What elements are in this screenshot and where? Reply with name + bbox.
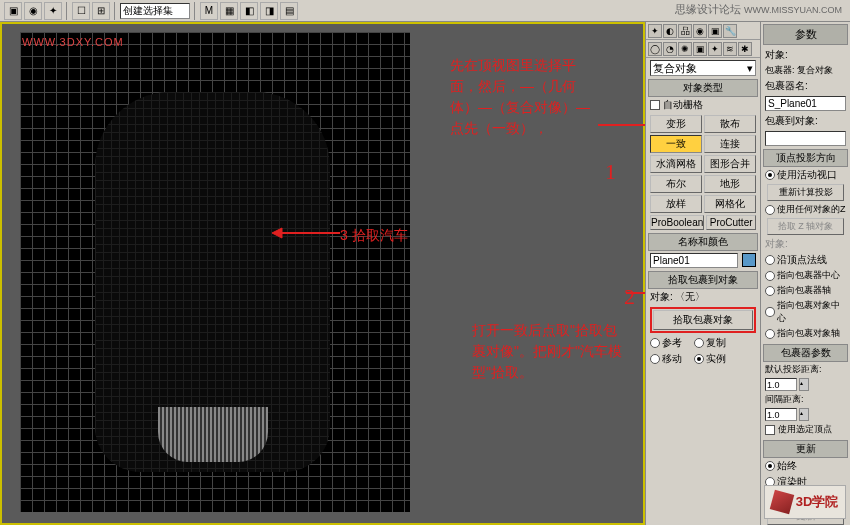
geometry-icon[interactable]: ◯ <box>648 42 662 56</box>
obj-value: 〈无〉 <box>675 290 705 304</box>
name-color-rollout[interactable]: 名称和颜色 <box>648 233 758 251</box>
wrapper-name-label: 包裹器名: <box>761 78 850 94</box>
toolbar-button[interactable]: ⊞ <box>92 2 110 20</box>
blobmesh-button[interactable]: 水滴网格 <box>650 155 702 173</box>
selection-set-dropdown[interactable]: 创建选择集 <box>120 3 190 19</box>
toolbar-button[interactable]: ◨ <box>260 2 278 20</box>
dist-spinner[interactable] <box>765 378 797 391</box>
toolbar-button[interactable]: ▦ <box>220 2 238 20</box>
modify-tab-icon[interactable]: ◐ <box>663 24 677 38</box>
use-xform-radio[interactable] <box>765 205 775 215</box>
display-tab-icon[interactable]: ▣ <box>708 24 722 38</box>
wrapper-params-section: 包裹器参数 <box>763 344 848 362</box>
toward-ctr-radio[interactable] <box>765 271 775 281</box>
logo-3d-academy: 3D学院 <box>764 485 846 519</box>
hierarchy-tab-icon[interactable]: 品 <box>678 24 692 38</box>
parameters-panel: 参数 对象: 包裹器: 复合对象 包裹器名: S_Plane01 包裹到对象: … <box>760 22 850 525</box>
boolean-button[interactable]: 布尔 <box>650 175 702 193</box>
cameras-icon[interactable]: ▣ <box>693 42 707 56</box>
obj-heading: 对象: <box>765 48 788 62</box>
move-radio[interactable] <box>650 354 660 364</box>
params-header: 参数 <box>763 24 848 45</box>
spinner-buttons[interactable]: ▴ <box>799 408 809 421</box>
motion-tab-icon[interactable]: ◉ <box>693 24 707 38</box>
conform-button[interactable]: 一致 <box>650 135 702 153</box>
wrapper-name-field[interactable]: S_Plane01 <box>765 96 846 111</box>
toolbar-button[interactable]: M <box>200 2 218 20</box>
proboolean-button[interactable]: ProBoolean <box>650 215 704 230</box>
watermark-3dxy: WWW.3DXY.COM <box>22 36 124 48</box>
shapes-icon[interactable]: ◔ <box>663 42 677 56</box>
spinner-buttons[interactable]: ▴ <box>799 378 809 391</box>
pick-wrap-button[interactable]: 拾取包裹对象 <box>653 310 753 330</box>
lights-icon[interactable]: ✺ <box>678 42 692 56</box>
reference-radio[interactable] <box>650 338 660 348</box>
car-wireframe[interactable] <box>95 92 330 472</box>
main-toolbar: ▣ ◉ ✦ ☐ ⊞ 创建选择集 M ▦ ◧ ◨ ▤ 思缘设计论坛 WWW.MIS… <box>0 0 850 22</box>
pick-wrap-rollout[interactable]: 拾取包裹到对象 <box>648 271 758 289</box>
autogrid-checkbox[interactable] <box>650 100 660 110</box>
panel-tabs: ✦ ◐ 品 ◉ ▣ 🔧 <box>646 22 760 40</box>
annotation-3: 3 拾取汽车 <box>340 225 408 246</box>
recalc-button[interactable]: 重新计算投影 <box>767 184 844 201</box>
create-subtabs: ◯ ◔ ✺ ▣ ✦ ≋ ✱ <box>646 40 760 58</box>
toolbar-button[interactable]: ✦ <box>44 2 62 20</box>
terrain-button[interactable]: 地形 <box>704 175 756 193</box>
wrap-to-field[interactable] <box>765 131 846 146</box>
object-type-rollout[interactable]: 对象类型 <box>648 79 758 97</box>
standoff-spinner[interactable] <box>765 408 797 421</box>
object-name-field[interactable]: Plane01 <box>650 253 738 268</box>
toward-obj-pivot-radio[interactable] <box>765 329 775 339</box>
instance-radio[interactable] <box>694 354 704 364</box>
color-swatch[interactable] <box>742 253 756 267</box>
toolbar-button[interactable]: ▤ <box>280 2 298 20</box>
annotation-1: 先在顶视图里选择平面，然后，—（几何体）—（复合对像）— 点先（一致）， 1 <box>450 55 600 139</box>
create-tab-icon[interactable]: ✦ <box>648 24 662 38</box>
loft-button[interactable]: 放样 <box>650 195 702 213</box>
morph-button[interactable]: 变形 <box>650 115 702 133</box>
category-dropdown[interactable]: 复合对象▾ <box>650 60 756 76</box>
systems-icon[interactable]: ✱ <box>738 42 752 56</box>
shapemerge-button[interactable]: 图形合并 <box>704 155 756 173</box>
mesher-button[interactable]: 网格化 <box>704 195 756 213</box>
wrap-to-label: 包裹到对象: <box>761 113 850 129</box>
obj-label: 对象: <box>650 290 673 304</box>
logo-cube-icon <box>769 490 793 514</box>
toward-obj-ctr-radio[interactable] <box>765 307 775 317</box>
viewport-canvas[interactable] <box>20 32 410 512</box>
utilities-tab-icon[interactable]: 🔧 <box>723 24 737 38</box>
update-section: 更新 <box>763 440 848 458</box>
helpers-icon[interactable]: ✦ <box>708 42 722 56</box>
toolbar-button[interactable]: ◧ <box>240 2 258 20</box>
connect-button[interactable]: 连接 <box>704 135 756 153</box>
always-radio[interactable] <box>765 461 775 471</box>
pick-z-button[interactable]: 拾取 Z 轴对象 <box>767 218 844 235</box>
toolbar-button[interactable]: ☐ <box>72 2 90 20</box>
copy-radio[interactable] <box>694 338 704 348</box>
scatter-button[interactable]: 散布 <box>704 115 756 133</box>
toward-pivot-radio[interactable] <box>765 286 775 296</box>
forum-watermark: 思缘设计论坛 WWW.MISSYUAN.COM <box>675 2 842 17</box>
svg-marker-5 <box>272 228 282 238</box>
along-normals-radio[interactable] <box>765 255 775 265</box>
space-warps-icon[interactable]: ≋ <box>723 42 737 56</box>
use-active-radio[interactable] <box>765 170 775 180</box>
arrow-3 <box>270 225 340 241</box>
car-grille <box>158 407 268 462</box>
toolbar-button[interactable]: ▣ <box>4 2 22 20</box>
procutter-button[interactable]: ProCutter <box>706 215 756 230</box>
annotation-2: 2 打开一致后点取"拾取包裹对像"。把刚才"汽车模型"拾取。 <box>472 320 627 383</box>
use-sel-verts-checkbox[interactable] <box>765 425 775 435</box>
autogrid-label: 自动栅格 <box>663 98 703 112</box>
proj-dir-section: 顶点投影方向 <box>763 149 848 167</box>
command-panel: ✦ ◐ 品 ◉ ▣ 🔧 ◯ ◔ ✺ ▣ ✦ ≋ ✱ 复合对象▾ 对象类型 自动栅… <box>645 22 760 525</box>
toolbar-button[interactable]: ◉ <box>24 2 42 20</box>
